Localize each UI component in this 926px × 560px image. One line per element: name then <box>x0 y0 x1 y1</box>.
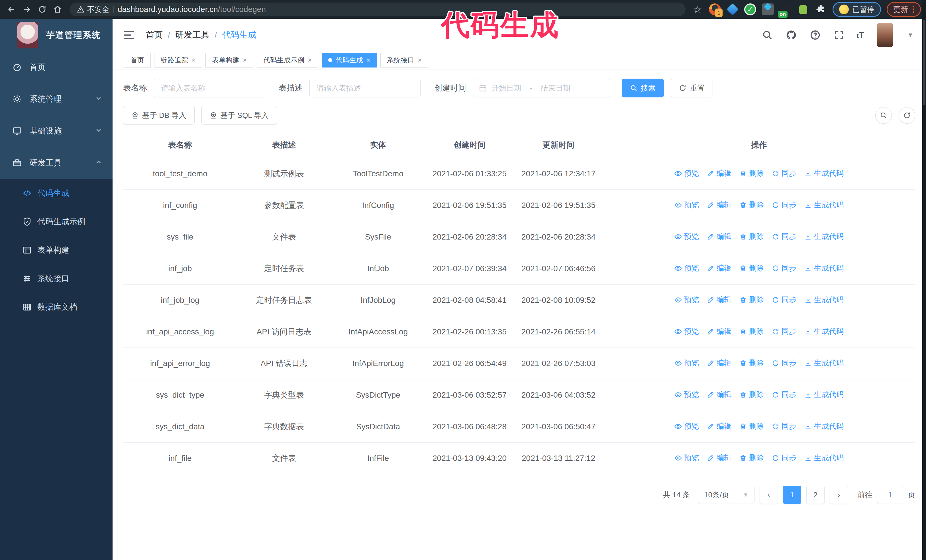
preview-link[interactable]: 预览 <box>675 168 699 178</box>
tag-form-builder[interactable]: 表单构建× <box>206 53 253 68</box>
address-bar[interactable]: 不安全 dashboard.yudao.iocoder.cn/tool/code… <box>70 3 685 16</box>
delete-link[interactable]: 删除 <box>739 200 764 210</box>
profile-chip[interactable]: 已暂停 <box>832 2 881 17</box>
url-text[interactable]: dashboard.yudao.iocoder.cn/tool/codegen <box>118 5 266 14</box>
sidebar-subitem-db-docs[interactable]: 数据库文档 <box>0 293 112 321</box>
github-icon[interactable] <box>785 29 797 41</box>
not-secure-warning-icon[interactable]: 不安全 <box>77 5 109 15</box>
search-button[interactable]: 搜索 <box>622 78 664 97</box>
generate-link[interactable]: 生成代码 <box>804 263 844 273</box>
app-logo[interactable]: 芋道管理系统 <box>0 19 112 51</box>
kebab-menu-icon[interactable] <box>912 6 914 13</box>
font-size-icon[interactable]: tT <box>857 30 864 40</box>
browser-scrollbar[interactable] <box>922 0 926 560</box>
breadcrumb-item[interactable]: 研发工具 <box>175 29 209 41</box>
sidebar-subitem-form-builder[interactable]: 表单构建 <box>0 236 112 264</box>
preview-link[interactable]: 预览 <box>675 389 699 400</box>
sync-link[interactable]: 同步 <box>772 263 796 273</box>
sidebar-subitem-codegen-example[interactable]: 代码生成示例 <box>0 207 112 236</box>
extension-icon[interactable] <box>762 3 774 15</box>
preview-link[interactable]: 预览 <box>675 295 699 305</box>
user-avatar[interactable] <box>877 23 893 47</box>
generate-link[interactable]: 生成代码 <box>804 326 844 337</box>
page-button-2[interactable]: 2 <box>806 486 825 504</box>
page-size-select[interactable]: 10条/页 ▼ <box>698 486 755 504</box>
sidebar-item-system[interactable]: 系统管理 <box>0 83 112 115</box>
extension-icon[interactable] <box>797 3 809 15</box>
sidebar-item-home[interactable]: 首页 <box>0 51 112 83</box>
preview-link[interactable]: 预览 <box>675 326 699 337</box>
sidebar-item-infrastructure[interactable]: 基础设施 <box>0 115 112 147</box>
generate-link[interactable]: 生成代码 <box>804 453 844 463</box>
delete-link[interactable]: 删除 <box>739 232 764 242</box>
refresh-table-button[interactable] <box>899 107 915 124</box>
generate-link[interactable]: 生成代码 <box>804 295 844 305</box>
sync-link[interactable]: 同步 <box>772 358 796 368</box>
delete-link[interactable]: 删除 <box>739 295 764 305</box>
tag-home[interactable]: 首页 <box>124 53 151 68</box>
sync-link[interactable]: 同步 <box>772 421 796 431</box>
delete-link[interactable]: 删除 <box>739 168 764 178</box>
close-icon[interactable]: × <box>366 56 371 64</box>
preview-link[interactable]: 预览 <box>675 263 699 273</box>
close-icon[interactable]: × <box>191 56 195 64</box>
sync-link[interactable]: 同步 <box>772 200 796 210</box>
prev-page-button[interactable]: ‹ <box>760 486 778 504</box>
sync-link[interactable]: 同步 <box>772 453 796 463</box>
forward-icon[interactable] <box>21 3 33 16</box>
generate-link[interactable]: 生成代码 <box>804 232 844 242</box>
delete-link[interactable]: 删除 <box>739 421 764 431</box>
generate-link[interactable]: 生成代码 <box>804 389 844 400</box>
sidebar-subitem-codegen[interactable]: 代码生成 <box>0 179 112 207</box>
preview-link[interactable]: 预览 <box>675 200 699 210</box>
tag-codegen-example[interactable]: 代码生成示例× <box>257 53 318 68</box>
extension-icon[interactable]: on <box>779 3 791 15</box>
edit-link[interactable]: 编辑 <box>707 421 731 431</box>
generate-link[interactable]: 生成代码 <box>804 421 844 431</box>
delete-link[interactable]: 删除 <box>739 453 764 463</box>
edit-link[interactable]: 编辑 <box>707 326 731 337</box>
date-range-picker[interactable]: 开始日期 - 结束日期 <box>473 78 610 97</box>
tag-codegen-active[interactable]: 代码生成× <box>322 53 377 68</box>
breadcrumb-item[interactable]: 首页 <box>145 29 163 41</box>
sync-link[interactable]: 同步 <box>772 326 796 337</box>
edit-link[interactable]: 编辑 <box>707 200 731 210</box>
extension-icon[interactable]: 1 <box>709 3 721 15</box>
table-desc-input[interactable] <box>309 78 421 97</box>
preview-link[interactable]: 预览 <box>675 453 699 463</box>
sidebar-item-dev-tools[interactable]: 研发工具 <box>0 147 112 179</box>
scrollbar-thumb[interactable] <box>923 20 925 106</box>
edit-link[interactable]: 编辑 <box>707 232 731 242</box>
sync-link[interactable]: 同步 <box>772 232 796 242</box>
sync-link[interactable]: 同步 <box>772 168 796 178</box>
fullscreen-icon[interactable] <box>833 29 845 41</box>
preview-link[interactable]: 预览 <box>675 421 699 431</box>
chevron-down-icon[interactable]: ▼ <box>907 31 914 39</box>
delete-link[interactable]: 删除 <box>739 389 764 400</box>
close-icon[interactable]: × <box>243 56 247 64</box>
next-page-button[interactable]: › <box>830 486 848 504</box>
edit-link[interactable]: 编辑 <box>707 453 731 463</box>
reload-icon[interactable] <box>36 3 48 16</box>
sync-link[interactable]: 同步 <box>772 295 796 305</box>
toggle-search-button[interactable] <box>875 107 892 124</box>
preview-link[interactable]: 预览 <box>675 232 699 242</box>
edit-link[interactable]: 编辑 <box>707 358 731 368</box>
edit-link[interactable]: 编辑 <box>707 389 731 400</box>
delete-link[interactable]: 删除 <box>739 326 764 337</box>
puzzle-extensions-icon[interactable] <box>815 3 827 15</box>
extension-icon[interactable] <box>726 3 738 15</box>
generate-link[interactable]: 生成代码 <box>804 358 844 368</box>
edit-link[interactable]: 编辑 <box>707 295 731 305</box>
close-icon[interactable]: × <box>418 56 422 64</box>
delete-link[interactable]: 删除 <box>739 263 764 273</box>
sync-link[interactable]: 同步 <box>772 389 796 400</box>
goto-page-input[interactable] <box>877 486 903 504</box>
back-icon[interactable] <box>5 3 18 16</box>
delete-link[interactable]: 删除 <box>739 358 764 368</box>
generate-link[interactable]: 生成代码 <box>804 200 844 210</box>
reset-button[interactable]: 重置 <box>671 78 713 97</box>
help-icon[interactable] <box>809 29 822 41</box>
tag-system-api[interactable]: 系统接口× <box>380 53 428 68</box>
import-db-button[interactable]: 基于 DB 导入 <box>123 106 195 125</box>
